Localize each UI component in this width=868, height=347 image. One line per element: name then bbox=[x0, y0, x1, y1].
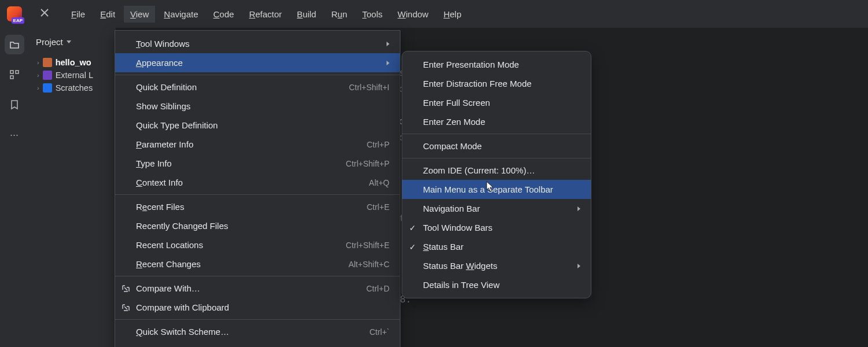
appearance-item[interactable]: Enter Distraction Free Mode bbox=[402, 74, 591, 93]
compare-icon bbox=[121, 284, 130, 293]
appearance-item[interactable]: Details in Tree View bbox=[402, 275, 591, 294]
tree-label: hello_wo bbox=[56, 58, 91, 67]
shortcut: Ctrl+Shift+P bbox=[346, 159, 389, 168]
structure-tool-button[interactable] bbox=[5, 65, 24, 84]
chevron-right-icon bbox=[387, 42, 389, 46]
menu-label: Details in Tree View bbox=[423, 280, 499, 290]
menu-label: Tool Windows bbox=[136, 39, 190, 49]
titlebar: EAP FileEditViewNavigateCodeRefactorBuil… bbox=[0, 0, 868, 28]
appearance-item[interactable]: Main Menu as a Separate Toolbar bbox=[402, 180, 591, 199]
view-item[interactable]: Recent LocationsCtrl+Shift+E bbox=[115, 235, 400, 254]
project-panel: Project ›hello_wo›External L›Scratches bbox=[29, 28, 116, 347]
menu-label: Recent Locations bbox=[136, 240, 203, 250]
view-item[interactable]: Recent ChangesAlt+Shift+C bbox=[115, 254, 400, 274]
view-item[interactable]: Context InfoAlt+Q bbox=[115, 173, 400, 192]
menu-refactor[interactable]: Refactor bbox=[242, 6, 288, 23]
menu-file[interactable]: File bbox=[65, 6, 91, 23]
appearance-item[interactable]: Enter Zen Mode bbox=[402, 112, 591, 131]
menu-label: Appearance bbox=[136, 58, 183, 68]
appearance-item[interactable]: Compact Mode bbox=[402, 136, 591, 156]
shortcut: Ctrl+D bbox=[366, 284, 389, 293]
view-item[interactable]: Active Editor bbox=[115, 341, 400, 347]
chevron-right-icon: › bbox=[37, 59, 39, 66]
view-dropdown: Tool WindowsAppearanceQuick DefinitionCt… bbox=[115, 30, 400, 347]
menu-label: Enter Distraction Free Mode bbox=[423, 79, 532, 88]
menu-navigate[interactable]: Navigate bbox=[157, 6, 204, 23]
chevron-right-icon bbox=[387, 61, 389, 65]
appearance-item[interactable]: Enter Presentation Mode bbox=[402, 55, 591, 74]
appearance-item[interactable]: Navigation Bar bbox=[402, 199, 591, 218]
view-item[interactable]: Compare With…Ctrl+D bbox=[115, 279, 400, 298]
menu-label: Recent Changes bbox=[136, 259, 201, 269]
menu-code[interactable]: Code bbox=[207, 6, 241, 23]
menu-label: Enter Zen Mode bbox=[423, 117, 486, 127]
tree-label: External L bbox=[56, 71, 93, 80]
shortcut: Ctrl+E bbox=[367, 202, 389, 212]
menu-build[interactable]: Build bbox=[290, 6, 322, 23]
appearance-item[interactable]: Zoom IDE (Current: 100%)… bbox=[402, 161, 591, 180]
appearance-item[interactable]: ✓Status Bar bbox=[402, 237, 591, 256]
menu-label: Show Siblings bbox=[136, 101, 190, 111]
tool-rail: ⋯ bbox=[0, 28, 29, 347]
menu-edit[interactable]: Edit bbox=[94, 6, 122, 23]
shortcut: Ctrl+` bbox=[369, 327, 389, 337]
menu-window[interactable]: Window bbox=[391, 6, 435, 23]
menu-label: Quick Type Definition bbox=[136, 120, 218, 130]
project-tool-button[interactable] bbox=[5, 35, 24, 54]
bookmarks-tool-button[interactable] bbox=[5, 95, 24, 115]
menu-label: Quick Definition bbox=[136, 82, 197, 92]
view-item[interactable]: Compare with Clipboard bbox=[115, 298, 400, 317]
eap-badge: EAP bbox=[12, 17, 24, 24]
tree-row[interactable]: ›External L bbox=[29, 69, 116, 82]
menu-label: Navigation Bar bbox=[423, 204, 480, 213]
close-icon[interactable] bbox=[41, 9, 49, 19]
view-item[interactable]: Appearance bbox=[115, 53, 400, 72]
shortcut: Ctrl+Shift+E bbox=[346, 241, 389, 250]
menu-label: Compact Mode bbox=[423, 141, 482, 151]
check-icon: ✓ bbox=[409, 242, 416, 252]
menu-label: Type Info bbox=[136, 158, 172, 168]
compare-clip-icon bbox=[121, 303, 130, 312]
tree-label: Scratches bbox=[56, 83, 93, 93]
chevron-right-icon bbox=[578, 206, 580, 211]
view-item[interactable]: Recent FilesCtrl+E bbox=[115, 197, 400, 216]
menu-label: Tool Window Bars bbox=[423, 223, 492, 232]
shortcut: Alt+Q bbox=[369, 178, 389, 187]
menu-label: Parameter Info bbox=[136, 139, 193, 149]
view-item[interactable]: Type InfoCtrl+Shift+P bbox=[115, 154, 400, 173]
menu-label: Recent Files bbox=[136, 202, 184, 212]
chevron-right-icon: › bbox=[37, 72, 39, 79]
view-item[interactable]: Quick Type Definition bbox=[115, 116, 400, 135]
view-item[interactable]: Show Siblings bbox=[115, 97, 400, 116]
view-item[interactable]: Parameter InfoCtrl+P bbox=[115, 135, 400, 154]
menu-help[interactable]: Help bbox=[437, 6, 468, 23]
view-item[interactable]: Quick Switch Scheme…Ctrl+` bbox=[115, 322, 400, 341]
menu-label: Status Bar bbox=[423, 242, 464, 252]
tree-row[interactable]: ›Scratches bbox=[29, 82, 116, 94]
menu-run[interactable]: Run bbox=[325, 6, 354, 23]
more-tool-button[interactable]: ⋯ bbox=[5, 125, 24, 145]
scratch-icon bbox=[43, 83, 52, 93]
view-item[interactable]: Quick DefinitionCtrl+Shift+I bbox=[115, 77, 400, 97]
shortcut: Ctrl+P bbox=[367, 140, 389, 149]
svg-rect-4 bbox=[10, 76, 13, 79]
menu-label: Enter Full Screen bbox=[423, 98, 490, 108]
appearance-item[interactable]: Enter Full Screen bbox=[402, 93, 591, 112]
project-panel-header[interactable]: Project bbox=[29, 34, 116, 50]
lib-icon bbox=[43, 71, 52, 80]
menu-label: Zoom IDE (Current: 100%)… bbox=[423, 165, 535, 175]
menu-label: Compare With… bbox=[136, 283, 200, 293]
view-item[interactable]: Recently Changed Files bbox=[115, 216, 400, 235]
appearance-item[interactable]: Status Bar Widgets bbox=[402, 256, 591, 275]
shortcut: Alt+Shift+C bbox=[348, 260, 389, 269]
menu-label: Enter Presentation Mode bbox=[423, 60, 519, 69]
project-tree: ›hello_wo›External L›Scratches bbox=[29, 50, 116, 94]
menu-tools[interactable]: Tools bbox=[356, 6, 389, 23]
svg-rect-3 bbox=[16, 71, 19, 73]
view-item[interactable]: Tool Windows bbox=[115, 34, 400, 53]
appearance-item[interactable]: ✓Tool Window Bars bbox=[402, 218, 591, 237]
chevron-right-icon: › bbox=[37, 84, 39, 91]
tree-row[interactable]: ›hello_wo bbox=[29, 56, 116, 69]
menu-view[interactable]: View bbox=[124, 6, 155, 23]
folder-icon bbox=[43, 58, 52, 67]
